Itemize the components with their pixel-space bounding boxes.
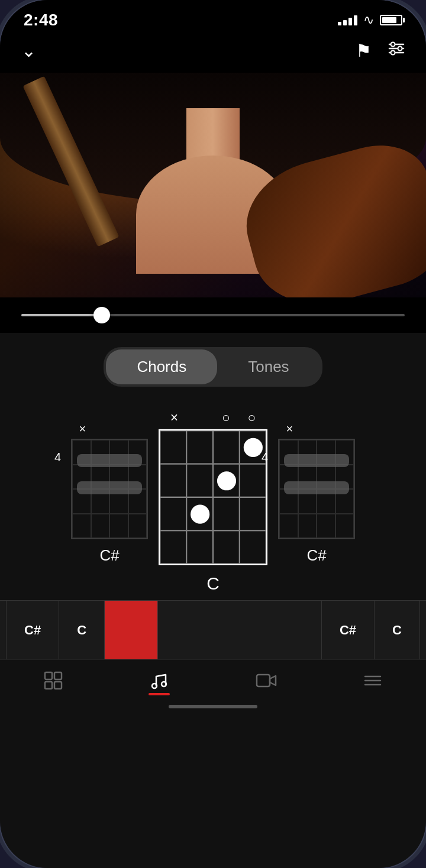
- cell: [240, 530, 266, 563]
- right-top-indicators: ×: [278, 422, 355, 436]
- progress-bar-container[interactable]: [21, 297, 405, 333]
- bookmark-icon[interactable]: ⚑: [356, 40, 372, 61]
- signal-bar-4: [354, 15, 357, 25]
- svg-point-3: [391, 43, 395, 47]
- signal-bar-2: [343, 20, 347, 25]
- timeline-spacer: [158, 601, 322, 659]
- cell: [160, 530, 186, 563]
- timeline-area[interactable]: C# C C# C: [0, 600, 426, 659]
- left-chord-diagram: × 4: [71, 422, 148, 565]
- center-top-indicators: × ○ ○: [159, 410, 267, 427]
- segment-control: Chords Tones: [104, 347, 322, 387]
- right-bar-2: [284, 481, 349, 494]
- nav-music-active-indicator: [149, 693, 170, 695]
- progress-area: [0, 297, 426, 333]
- chords-tab[interactable]: Chords: [106, 349, 217, 384]
- cell: [186, 464, 213, 497]
- timeline-item-5[interactable]: C: [375, 601, 420, 659]
- nav-music[interactable]: [137, 671, 181, 691]
- nav-menu[interactable]: [351, 671, 395, 691]
- cell: [240, 497, 266, 530]
- cell: [186, 530, 213, 563]
- chord-area: × 4: [0, 399, 426, 600]
- center-chord-grid-wrapper: × ○ ○: [159, 410, 267, 565]
- home-indicator: [0, 697, 426, 720]
- wifi-icon: ∿: [363, 12, 374, 28]
- tones-tab[interactable]: Tones: [217, 349, 320, 384]
- center-ind-3: ○: [218, 410, 234, 427]
- cell: [128, 514, 147, 539]
- progress-track: [21, 314, 405, 316]
- cell: [335, 514, 354, 539]
- right-chord-diagram: × 4: [278, 422, 355, 565]
- center-dot-3: [190, 504, 209, 523]
- music-icon: [149, 671, 169, 691]
- svg-rect-12: [257, 675, 270, 686]
- center-ind-2: [192, 410, 208, 427]
- video-area: [0, 73, 426, 297]
- status-time: 2:48: [24, 11, 58, 30]
- center-chord-label: C: [206, 574, 220, 595]
- cell: [160, 464, 186, 497]
- center-dot-2: [217, 471, 235, 490]
- left-ind-2: [93, 422, 108, 436]
- cell: [240, 464, 266, 497]
- timeline-label-2: C: [77, 623, 86, 638]
- right-ind-4: [337, 422, 351, 436]
- video-icon: [256, 671, 277, 691]
- timeline-item-1[interactable]: C#: [6, 601, 59, 659]
- settings-icon[interactable]: [388, 40, 405, 61]
- cell: [213, 497, 240, 530]
- cell: [186, 430, 213, 464]
- home-bar: [169, 705, 257, 708]
- signal-bars-icon: [338, 15, 357, 25]
- timeline-label-4: C#: [340, 623, 356, 638]
- battery-icon: [380, 15, 402, 25]
- cell: [298, 514, 317, 539]
- left-ind-1: ×: [75, 422, 89, 436]
- timeline-item-2[interactable]: C: [59, 601, 105, 659]
- right-chord-label: C#: [306, 546, 326, 565]
- nav-grid[interactable]: [31, 671, 75, 691]
- right-ind-2: [301, 422, 315, 436]
- progress-thumb[interactable]: [93, 307, 110, 323]
- cell: [213, 530, 240, 563]
- timeline-label-1: C#: [24, 623, 41, 638]
- timeline-item-4[interactable]: C#: [322, 601, 375, 659]
- cell: [279, 514, 298, 539]
- svg-rect-7: [54, 672, 62, 679]
- phone-frame: 2:48 ∿ ⌄ ⚑: [0, 0, 426, 868]
- nav-video[interactable]: [244, 671, 289, 691]
- svg-rect-8: [45, 682, 52, 689]
- left-chord-grid-wrapper: × 4: [71, 422, 148, 539]
- segment-area: Chords Tones: [0, 333, 426, 399]
- signal-bar-1: [338, 22, 341, 25]
- header-right: ⚑: [356, 40, 405, 61]
- cell: [160, 430, 186, 464]
- menu-icon: [363, 671, 383, 691]
- status-icons: ∿: [338, 12, 402, 28]
- svg-rect-6: [45, 672, 52, 679]
- left-ind-4: [130, 422, 144, 436]
- svg-point-11: [162, 682, 166, 686]
- phone-screen: 2:48 ∿ ⌄ ⚑: [0, 0, 426, 868]
- center-chord-diagram: × ○ ○: [159, 410, 267, 595]
- cell: [317, 514, 335, 539]
- right-chord-grid-wrapper: × 4: [278, 422, 355, 539]
- back-button[interactable]: ⌄: [21, 40, 36, 61]
- cell: [91, 514, 110, 539]
- cell: [160, 497, 186, 530]
- right-fret-num: 4: [262, 451, 268, 464]
- svg-point-5: [391, 51, 395, 55]
- left-ind-3: [111, 422, 125, 436]
- svg-point-10: [152, 684, 157, 688]
- left-top-indicators: ×: [71, 422, 148, 436]
- center-dot-1: [243, 438, 262, 456]
- signal-bar-3: [348, 18, 352, 25]
- battery-fill: [382, 17, 396, 23]
- notch: [154, 0, 272, 21]
- right-ind-3: [318, 422, 333, 436]
- cell: [213, 430, 240, 464]
- timeline-label-5: C: [392, 623, 402, 638]
- timeline-item-3-active[interactable]: [105, 601, 158, 659]
